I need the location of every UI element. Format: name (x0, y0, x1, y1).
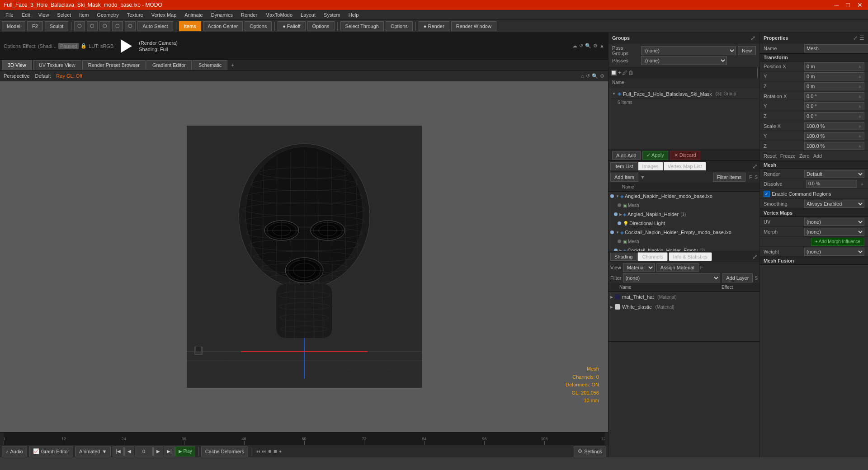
apply-button[interactable]: ✓ Apply (642, 151, 668, 160)
preview-icon-2[interactable]: ↺ (579, 43, 583, 49)
animated-button[interactable]: Animated ▼ (75, 446, 111, 456)
auto-select-button[interactable]: Auto Select (137, 21, 173, 31)
preview-icon-3[interactable]: 🔍 (585, 43, 591, 49)
vp-zoom-icon[interactable]: 🔍 (592, 73, 598, 79)
rotation-x-value[interactable]: 0.0 ° ▲ (804, 92, 864, 100)
timeline-ruler[interactable]: 0 12 24 36 48 60 72 84 96 108 (4, 432, 604, 445)
scene-item-1[interactable]: ▼ ◈ Angled_Napkin_Holder_modo_base.lxo (609, 192, 760, 201)
scene-panel-expand-icon[interactable]: ⤢ (752, 163, 758, 170)
scale-x-value[interactable]: 100.0 % ▲ (804, 122, 864, 130)
menu-edit[interactable]: Edit (18, 11, 34, 19)
weight-select[interactable]: (none) (804, 248, 864, 256)
menu-dynamics[interactable]: Dynamics (208, 11, 236, 19)
go-start-button[interactable]: |◀ (113, 446, 124, 456)
filter-select[interactable]: (none) (623, 273, 720, 282)
scale-z-value[interactable]: 100.0 % ▲ (804, 142, 864, 150)
frame-input[interactable] (135, 446, 153, 456)
group-list-item[interactable]: ▼ ◈ Full_Face_3_Hole_Balaclava_Ski_Mask … (610, 89, 758, 99)
position-z-value[interactable]: 0 m ▲ (804, 82, 864, 90)
add-morph-influence-button[interactable]: + Add Morph Influence (811, 238, 864, 246)
falloff-button[interactable]: ● Falloff (278, 21, 305, 31)
menu-maxtomodo[interactable]: MaxToModo (262, 11, 296, 19)
menu-view[interactable]: View (35, 11, 53, 19)
maximize-button[interactable]: □ (844, 1, 852, 9)
rotation-z-value[interactable]: 0.0 ° ▲ (804, 112, 864, 120)
material-item-1[interactable]: ▶ mat_Thief_hat (Material) (609, 292, 760, 302)
scale-y-value[interactable]: 100.0 % ▲ (804, 132, 864, 140)
morph-select[interactable]: (none) (804, 228, 864, 236)
tool-icon-4[interactable]: ⬡ (112, 21, 123, 31)
shading-panel-expand-icon[interactable]: ⤢ (752, 253, 758, 260)
tab-info-stats[interactable]: Info & Statistics (669, 252, 712, 261)
tab-uv-texture[interactable]: UV Texture View (33, 60, 81, 70)
model-mode-button[interactable]: Model (2, 21, 25, 31)
freeze-button[interactable]: Freeze (780, 153, 796, 159)
cache-deformers-button[interactable]: Cache Deformers (201, 446, 248, 456)
auto-add-button[interactable]: Auto Add (612, 151, 641, 160)
add-layer-button[interactable]: Add Layer (722, 273, 753, 282)
menu-vertex-map[interactable]: Vertex Map (148, 11, 180, 19)
tab-gradient-editor[interactable]: Gradient Editor (146, 60, 192, 70)
go-end-button[interactable]: ▶| (164, 446, 175, 456)
properties-menu-icon[interactable]: ☰ (859, 35, 864, 41)
uv-select[interactable]: (none) (804, 218, 864, 226)
scene-item-4[interactable]: 💡 Directional Light (616, 219, 760, 228)
scene-item-7[interactable]: ▶ ◈ Cocktail_Napkin_Holder_Empty (2) (612, 246, 760, 251)
render-select[interactable]: Default (804, 170, 864, 178)
group-icon-3[interactable]: 🖊 (622, 70, 627, 76)
menu-texture[interactable]: Texture (123, 11, 147, 19)
reset-button[interactable]: Reset (764, 153, 777, 159)
rotation-y-value[interactable]: 0.0 ° ▲ (804, 102, 864, 110)
play-button[interactable]: ▶ Play (175, 446, 195, 456)
add-item-button[interactable]: Add Item (610, 173, 638, 182)
close-button[interactable]: ✕ (855, 1, 864, 9)
menu-animate[interactable]: Animate (181, 11, 206, 19)
scene-item-2[interactable]: ▣ Mesh (616, 201, 760, 210)
vp-settings-icon[interactable]: ⚙ (600, 73, 604, 79)
menu-file[interactable]: File (2, 11, 17, 19)
menu-item[interactable]: Item (75, 11, 92, 19)
smoothing-select[interactable]: Always Enabled (804, 200, 864, 208)
pass-groups-select[interactable]: (none) (641, 46, 736, 55)
tool-icon-3[interactable]: ⬡ (99, 21, 110, 31)
group-icon-2[interactable]: + (618, 70, 621, 76)
scene-item-3[interactable]: ▶ ◈ Angled_Napkin_Holder (1) (612, 210, 760, 219)
preview-icon-5[interactable]: ▲ (599, 43, 604, 49)
enable-cmd-regions-checkbox[interactable]: ✓ (764, 191, 770, 197)
position-x-value[interactable]: 0 m ▲ (804, 62, 864, 70)
assign-material-button[interactable]: Assign Material (656, 263, 698, 272)
dissolve-slider[interactable]: 0.0 % (806, 180, 857, 188)
items-button[interactable]: Items (179, 21, 201, 31)
action-center-button[interactable]: Action Center (203, 21, 243, 31)
name-input[interactable] (804, 44, 868, 52)
audio-button[interactable]: ♪ Audio (2, 446, 27, 456)
material-item-2[interactable]: ▶ White_plastic (Material) (609, 302, 760, 312)
menu-system[interactable]: System (320, 11, 344, 19)
tab-item-list[interactable]: Item List (610, 162, 637, 170)
menu-render[interactable]: Render (237, 11, 261, 19)
render-button[interactable]: ● Render (419, 21, 449, 31)
scene-item-6[interactable]: ▣ Mesh (616, 237, 760, 246)
passes-select[interactable]: (none) (641, 56, 727, 65)
tool-icon-2[interactable]: ⬡ (87, 21, 98, 31)
group-icon-4[interactable]: 🗑 (628, 70, 634, 76)
add-viewport-tab[interactable]: + (228, 61, 236, 69)
add-transform-button[interactable]: Add (813, 153, 822, 159)
position-y-value[interactable]: 0 m ▲ (804, 72, 864, 80)
scene-item-5[interactable]: ▼ ◈ Cocktail_Napkin_Holder_Empty_modo_ba… (609, 228, 760, 237)
tab-images[interactable]: Images (638, 162, 663, 170)
tab-vertex-map-list[interactable]: Vertex Map List (664, 162, 706, 170)
tab-3d-view[interactable]: 3D View (2, 60, 32, 70)
properties-expand-icon[interactable]: ⤢ (853, 35, 858, 41)
step-forward-button[interactable]: ▶ (153, 446, 163, 456)
tab-channels[interactable]: Channels (637, 252, 667, 261)
menu-help[interactable]: Help (345, 11, 363, 19)
filter-items-button[interactable]: Filter Items (713, 173, 745, 182)
zero-button[interactable]: Zero (799, 153, 810, 159)
minimize-button[interactable]: ─ (833, 1, 841, 9)
3d-viewport[interactable]: Perspective Default Ray GL: Off ⌂ ↺ 🔍 ⚙ (0, 70, 608, 432)
tool-icon-1[interactable]: ⬡ (74, 21, 85, 31)
preview-icon-1[interactable]: ☁ (572, 43, 577, 49)
discard-button[interactable]: ✕ Discard (670, 151, 700, 160)
tab-render-preset[interactable]: Render Preset Browser (82, 60, 146, 70)
